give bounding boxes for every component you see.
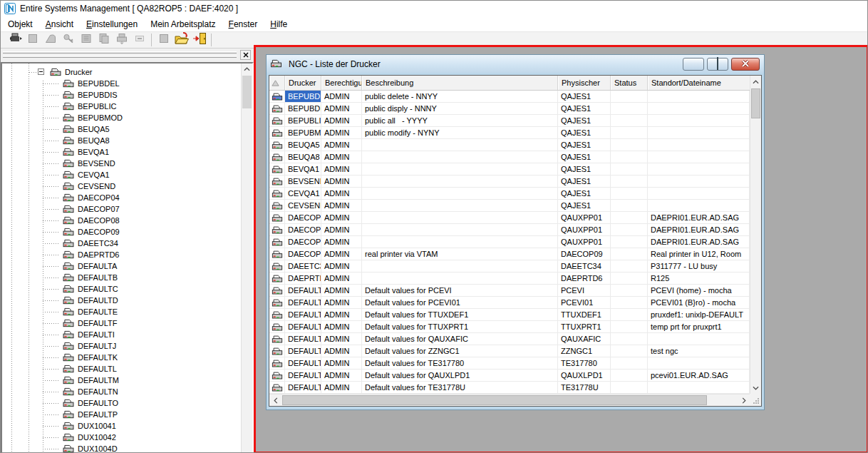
- table-row-bevsend[interactable]: BEVSENDADMINQAJES1: [269, 175, 750, 188]
- tree-item-daeprtd6[interactable]: DAEPRTD6: [2, 249, 241, 260]
- tree-item-defaultj[interactable]: DEFAULTJ: [2, 340, 241, 352]
- column-header-drucker[interactable]: Drucker: [285, 76, 321, 90]
- tree-item-dux10041[interactable]: DUX10041: [2, 420, 241, 432]
- toolbar-button-documents[interactable]: [95, 32, 113, 48]
- tree-vertical-scrollbar[interactable]: [241, 63, 252, 452]
- tree-item-bepubmod[interactable]: BEPUBMOD: [2, 112, 241, 123]
- dock-close-button[interactable]: [240, 50, 251, 60]
- menu-fenster[interactable]: Fenster: [222, 18, 264, 31]
- menu-ansicht[interactable]: Ansicht: [39, 18, 80, 31]
- tree-item-defaulto[interactable]: DEFAULTO: [2, 397, 241, 409]
- scroll-down-arrow[interactable]: [750, 382, 761, 394]
- scroll-left-arrow[interactable]: [269, 395, 281, 406]
- toolbar-button-printer-down[interactable]: [113, 32, 130, 48]
- toolbar-button-key[interactable]: [59, 32, 77, 48]
- table-row-bepublic[interactable]: BEPUBLICADMINpublic all - YYYYQAJES1: [269, 115, 750, 127]
- table-row-daecop04[interactable]: DAECOP04ADMINQAUXPP01DAEPRI01.EUR.AD.SAG: [269, 212, 750, 224]
- restore-button[interactable]: [707, 58, 728, 71]
- tree-item-drucker[interactable]: Drucker: [2, 66, 241, 78]
- table-row-daeetc34[interactable]: DAEETC34ADMINDAEETC34P311777 - LU busy: [269, 260, 750, 273]
- tree-item-defaultn[interactable]: DEFAULTN: [2, 386, 241, 397]
- table-row-defaulta[interactable]: DEFAULTAADMINDefault values for PCEVIPCE…: [269, 285, 750, 297]
- column-header-berechtigung[interactable]: Berechtigung: [321, 76, 362, 90]
- toolbar-button-building[interactable]: [77, 32, 95, 48]
- table-row-defaultd[interactable]: DEFAULTDADMINDefault values for TTUXPRT1…: [269, 321, 750, 333]
- tree-item-defaultp[interactable]: DEFAULTP: [2, 409, 241, 420]
- table-row-bepubdis[interactable]: BEPUBDISADMINpublic disply - NNNYQAJES1: [269, 103, 750, 115]
- table-row-defaultb[interactable]: DEFAULTBADMINDefault values for PCEVI01P…: [269, 297, 750, 309]
- tree-item-defaultm[interactable]: DEFAULTM: [2, 375, 241, 386]
- table-row-cevqa1[interactable]: CEVQA1ADMINQAJES1: [269, 188, 750, 200]
- column-header-physischer[interactable]: Physischer: [558, 76, 611, 90]
- scroll-up-arrow[interactable]: [242, 63, 252, 75]
- toolbar-button-minus[interactable]: [130, 32, 148, 48]
- table-row-bepubmod[interactable]: BEPUBMODADMINpublic modify - NYNYQAJES1: [269, 127, 750, 139]
- tree-item-defaulte[interactable]: DEFAULTE: [2, 306, 241, 317]
- tree-item-daecop08[interactable]: DAECOP08: [2, 215, 241, 226]
- tree-item-cevqa1[interactable]: CEVQA1: [2, 169, 241, 180]
- toolbar-button-open-folder[interactable]: [172, 32, 190, 48]
- table-row-bepubdel[interactable]: BEPUBDELADMINpublic delete - NNYYQAJES1: [269, 91, 750, 103]
- table-row-defaultf[interactable]: DEFAULTFADMINDefault values for ZZNGC1ZZ…: [269, 345, 750, 357]
- table-row-defaultc[interactable]: DEFAULTCADMINDefault values for TTUXDEF1…: [269, 309, 750, 321]
- menu-einstellungen[interactable]: Einstellungen: [80, 18, 144, 31]
- table-row-daecop09[interactable]: DAECOP09ADMINreal printer via VTAMDAECOP…: [269, 248, 750, 260]
- tree-item-defaultl[interactable]: DEFAULTL: [2, 363, 241, 375]
- column-header-beschreibung[interactable]: Beschreibung: [362, 76, 558, 90]
- tree-item-dux10042[interactable]: DUX10042: [2, 432, 241, 443]
- tree-item-bevsend[interactable]: BEVSEND: [2, 158, 241, 169]
- toolbar-button-exit-door[interactable]: [190, 32, 208, 48]
- child-window-titlebar[interactable]: NGC - Liste der Drucker: [267, 55, 764, 73]
- tree-item-bevqa1[interactable]: BEVQA1: [2, 146, 241, 158]
- resize-grip[interactable]: [750, 394, 761, 406]
- table-row-daeprtd6[interactable]: DAEPRTD6ADMINDAEPRTD6R125: [269, 273, 750, 285]
- titlebar[interactable]: Entire Systems Management [ QA82ROP5 : D…: [1, 1, 867, 16]
- table-row-beuqa5[interactable]: BEUQA5ADMINQAJES1: [269, 139, 750, 151]
- menu-hilfe[interactable]: Hilfe: [264, 18, 294, 31]
- scroll-right-arrow[interactable]: [738, 395, 750, 406]
- menu-mein-arbeitsplatz[interactable]: Mein Arbeitsplatz: [144, 18, 222, 31]
- tree-item-daeetc34[interactable]: DAEETC34: [2, 238, 241, 249]
- tree-item-defaulti[interactable]: DEFAULTI: [2, 329, 241, 340]
- tree-item-defaultd[interactable]: DEFAULTD: [2, 295, 241, 306]
- scrollbar-thumb[interactable]: [242, 76, 252, 108]
- dock-grip[interactable]: [1, 49, 254, 62]
- scrollbar-thumb[interactable]: [751, 88, 760, 118]
- column-header-standort-dateiname[interactable]: Standort/Dateiname: [648, 76, 750, 90]
- tree-item-beuqa8[interactable]: BEUQA8: [2, 135, 241, 146]
- table-row-defaultk[interactable]: DEFAULTKADMINDefault values for TE31778U…: [269, 382, 750, 394]
- close-button[interactable]: [731, 58, 760, 71]
- tree-item-daecop07[interactable]: DAECOP07: [2, 203, 241, 215]
- tree-item-bepubdel[interactable]: BEPUBDEL: [2, 78, 241, 89]
- scrollbar-thumb[interactable]: [282, 395, 707, 405]
- column-header-status[interactable]: Status: [611, 76, 648, 90]
- table-vertical-scrollbar[interactable]: [750, 76, 761, 394]
- tree-item-defaulta[interactable]: DEFAULTA: [2, 260, 241, 272]
- table-row-daecop07[interactable]: DAECOP07ADMINQAUXPP01DAEPRI01.EUR.AD.SAG: [269, 224, 750, 236]
- tree-item-defaultf[interactable]: DEFAULTF: [2, 317, 241, 329]
- tree-item-defaultb[interactable]: DEFAULTB: [2, 272, 241, 283]
- tree-item-daecop09[interactable]: DAECOP09: [2, 226, 241, 238]
- table-row-cevsend[interactable]: CEVSENDADMINQAJES1: [269, 200, 750, 212]
- tree-item-defaultc[interactable]: DEFAULTC: [2, 283, 241, 295]
- menu-objekt[interactable]: Objekt: [1, 18, 39, 31]
- collapse-expander-icon[interactable]: [38, 68, 44, 75]
- tree-item-bepubdis[interactable]: BEPUBDIS: [2, 89, 241, 101]
- tree-item-beuqa5[interactable]: BEUQA5: [2, 123, 241, 135]
- toolbar-button-printer-route[interactable]: [6, 32, 24, 48]
- table-row-bevqa1[interactable]: BEVQA1ADMINQAJES1: [269, 163, 750, 175]
- table-row-daecop08[interactable]: DAECOP08ADMINQAUXPP01DAEPRI01.EUR.AD.SAG: [269, 236, 750, 248]
- table-row-defaulte[interactable]: DEFAULTEADMINDefault values for QAUXAFIC…: [269, 333, 750, 345]
- header-sort-column[interactable]: [269, 76, 285, 90]
- table-row-beuqa8[interactable]: BEUQA8ADMINQAJES1: [269, 151, 750, 163]
- table-horizontal-scrollbar[interactable]: [269, 394, 750, 406]
- tree-item-cevsend[interactable]: CEVSEND: [2, 180, 241, 192]
- tree-item-dux1004d[interactable]: DUX1004D: [2, 443, 241, 452]
- toolbar-button-eject[interactable]: [41, 32, 59, 48]
- tree-item-defaultk[interactable]: DEFAULTK: [2, 352, 241, 363]
- tree-item-daecop04[interactable]: DAECOP04: [2, 192, 241, 203]
- table-row-defaultj[interactable]: DEFAULTJADMINDefault values for QAUXLPD1…: [269, 370, 750, 382]
- minimize-button[interactable]: [683, 58, 704, 71]
- table-row-defaulti[interactable]: DEFAULTIADMINDefault values for TE317780…: [269, 357, 750, 370]
- toolbar-button-window[interactable]: [155, 32, 172, 48]
